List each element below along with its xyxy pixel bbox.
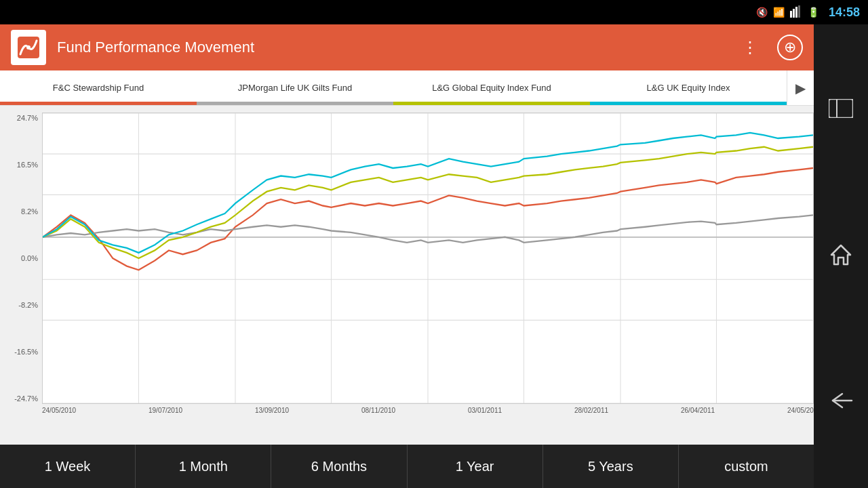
fund-tab-lguk[interactable]: L&G UK Equity Index (590, 70, 787, 105)
chart-svg-container (42, 113, 814, 404)
chart-wrap: 24.7% 16.5% 8.2% 0.0% -8.2% -16.5% -24.7… (0, 113, 814, 424)
side-buttons (814, 24, 868, 488)
x-label-6: 26/04/2011 (681, 407, 715, 414)
fund-tab-jpm-underline (197, 102, 393, 105)
fund-tab-lgg[interactable]: L&G Global Equity Index Fund (393, 70, 590, 105)
bottom-tab-custom-label: custom (724, 459, 768, 474)
y-label-6: -16.5% (14, 348, 38, 356)
fund-tab-jpm-label: JPMorgan Life UK Gilts Fund (238, 83, 352, 93)
y-label-2: 16.5% (17, 161, 38, 169)
app-title: Fund Performance Movement (57, 39, 723, 56)
app-bar: Fund Performance Movement ⋮ ⊕ (0, 24, 814, 70)
svg-rect-0 (790, 11, 792, 18)
svg-marker-23 (831, 245, 850, 264)
fund-tabs-scroll-arrow[interactable]: ▶ (787, 70, 814, 105)
y-axis: 24.7% 16.5% 8.2% 0.0% -8.2% -16.5% -24.7… (0, 113, 42, 404)
x-label-3: 08/11/2010 (361, 407, 395, 414)
x-label-1: 19/07/2010 (149, 407, 182, 414)
bottom-tab-1w-label: 1 Week (45, 459, 90, 474)
fund-tab-lguk-label: L&G UK Equity Index (647, 83, 730, 93)
battery-icon: 🔋 (808, 7, 819, 18)
bottom-tab-6m-label: 6 Months (311, 459, 367, 474)
x-label-0: 24/05/2010 (42, 407, 76, 414)
nav-back-button[interactable] (829, 392, 853, 413)
fund-tab-lgg-label: L&G Global Equity Index Fund (432, 83, 551, 93)
y-label-5: -8.2% (18, 301, 38, 309)
chart-container: 24.7% 16.5% 8.2% 0.0% -8.2% -16.5% -24.7… (0, 106, 814, 445)
bottom-tab-5y-label: 5 Years (588, 459, 633, 474)
fund-tab-lgg-underline (393, 102, 590, 105)
bottom-tab-1w[interactable]: 1 Week (0, 445, 136, 488)
x-axis: 24/05/2010 19/07/2010 13/09/2010 08/11/2… (42, 404, 814, 424)
chart-svg (43, 113, 813, 403)
fund-tab-fc-label: F&C Stewardship Fund (53, 83, 144, 93)
nav-home-button[interactable] (830, 244, 852, 270)
svg-point-5 (26, 45, 31, 49)
y-label-3: 8.2% (21, 207, 38, 216)
svg-rect-3 (798, 5, 800, 18)
bottom-tabs: 1 Week 1 Month 6 Months 1 Year 5 Years c… (0, 445, 814, 488)
bottom-tab-1y-label: 1 Year (456, 459, 494, 474)
clock: 14:58 (829, 5, 860, 20)
bottom-tab-5y[interactable]: 5 Years (543, 445, 679, 488)
mute-icon: 🔇 (756, 7, 768, 18)
menu-icon[interactable]: ⋮ (742, 38, 758, 57)
app-logo (11, 30, 46, 65)
x-label-5: 28/02/2011 (574, 407, 608, 414)
fund-tab-lguk-underline (590, 102, 787, 105)
y-label-top: 24.7% (17, 114, 38, 122)
wifi-icon: 📶 (773, 7, 785, 18)
y-label-4: 0.0% (21, 254, 38, 262)
fund-tab-fc[interactable]: F&C Stewardship Fund (0, 70, 197, 105)
svg-rect-2 (795, 7, 797, 18)
svg-rect-1 (793, 9, 795, 18)
x-label-4: 03/01/2011 (468, 407, 502, 414)
main-content: Fund Performance Movement ⋮ ⊕ F&C Stewar… (0, 24, 814, 488)
x-label-2: 13/09/2010 (255, 407, 289, 414)
zoom-plus-icon[interactable]: ⊕ (777, 35, 803, 60)
nav-overview-button[interactable] (829, 99, 853, 123)
bottom-tab-6m[interactable]: 6 Months (271, 445, 407, 488)
signal-icon (790, 5, 802, 20)
svg-rect-21 (829, 99, 853, 118)
bottom-tab-1m-label: 1 Month (179, 459, 228, 474)
status-bar: 🔇 📶 🔋 14:58 (0, 0, 868, 24)
bottom-tab-custom[interactable]: custom (679, 445, 814, 488)
fund-tab-jpm[interactable]: JPMorgan Life UK Gilts Fund (197, 70, 393, 105)
bottom-tab-1m[interactable]: 1 Month (136, 445, 271, 488)
fund-tab-fc-underline (0, 102, 197, 105)
y-label-bottom: -24.7% (14, 394, 38, 403)
x-label-7: 24/05/20 (787, 407, 814, 414)
fund-tabs: F&C Stewardship Fund JPMorgan Life UK Gi… (0, 70, 814, 106)
bottom-tab-1y[interactable]: 1 Year (408, 445, 543, 488)
